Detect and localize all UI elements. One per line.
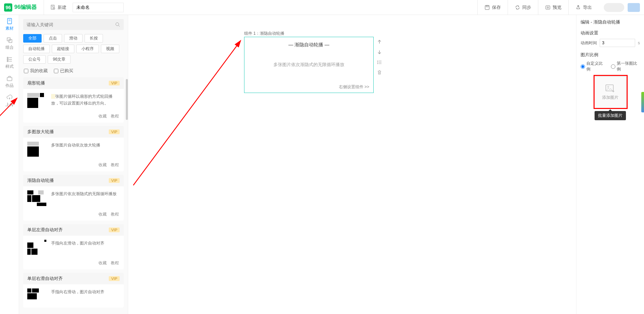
svg-line-23 [119,26,120,27]
new-button[interactable]: 新建 [44,0,73,15]
batch-add-tooltip: 批量添加图片 [595,111,626,120]
component-toolbar [376,39,383,76]
asset-card-zoom-carousel[interactable]: 多图放大轮播 VIP 多张图片自动依次放大轮播 收藏 教程 [23,126,124,171]
svg-rect-6 [485,5,489,10]
asset-thumbnail [27,142,46,157]
vip-chip: VIP [109,227,120,232]
svg-rect-25 [606,85,613,91]
component-title: — 渐隐自动轮播 — [244,37,373,51]
nav-item-upload[interactable]: 上传 [0,91,19,110]
move-down-icon[interactable] [376,49,383,55]
export-icon [575,5,581,10]
radio-custom-ratio[interactable]: 自定义比例 [581,61,605,72]
favorite-button[interactable]: 收藏 [99,113,107,119]
canvas[interactable]: 组件 1：渐隐自动轮播 — 渐隐自动轮播 — 多张图片依次渐隐式的无限循环播放 … [128,15,576,314]
asset-thumbnail [27,240,46,255]
animation-time-input[interactable] [600,39,635,47]
image-ratio-section-title: 图片比例 [581,52,640,58]
radio-first-image-ratio[interactable]: 第一张图比例 [611,61,640,72]
new-file-icon [50,5,56,10]
filter-tag-click[interactable]: 点击 [44,34,62,43]
favorite-button[interactable]: 收藏 [99,162,107,168]
asset-desc: 手指向右滑动，图片自动对齐 [51,288,120,303]
svg-point-22 [116,23,119,26]
checkbox-favorites[interactable]: 我的收藏 [24,68,48,74]
main: 素材 组合 样式 作品 上传 全部 点击 滑动 长按 自动轮播 [0,15,644,314]
animation-time-unit: s [638,41,640,45]
tutorial-button[interactable]: 教程 [111,162,119,168]
filter-tag-carousel[interactable]: 自动轮播 [23,45,50,53]
file-icon [6,18,13,25]
filter-tag-miniprogram[interactable]: 小程序 [76,45,99,53]
add-image-label: 添加图片 [602,95,618,100]
delete-icon[interactable] [376,69,383,76]
settings-title: 编辑 - 渐隐自动轮播 [581,19,640,25]
tutorial-button[interactable]: 教程 [111,113,119,119]
asset-card-left-swipe[interactable]: 单层左滑自动对齐 VIP 手指向左滑动，图片自动对齐 收藏 教程 [23,224,124,269]
filter-tag-longpress[interactable]: 长按 [85,34,103,43]
asset-desc: 张图片循环以扇形的方式轮回播放，可以设置图片移出的方向。 [51,93,120,108]
filter-tag-slide[interactable]: 滑动 [64,34,83,43]
tutorial-button[interactable]: 教程 [111,211,119,217]
component-desc: 多张图片依次渐隐式的无限循环播放 [244,51,373,81]
line-height-icon[interactable] [376,59,383,65]
combo-icon [6,37,13,44]
favorite-button[interactable]: 收藏 [99,211,107,217]
asset-thumbnail [27,288,46,303]
component-preview[interactable]: — 渐隐自动轮播 — 多张图片依次渐隐式的无限循环播放 右侧设置组件 >> [244,37,374,93]
asset-card-right-swipe[interactable]: 单层右滑自动对齐 VIP 手指向右滑动，图片自动对齐 [23,273,124,308]
doc-name-input[interactable] [73,3,124,12]
nav-item-assets[interactable]: 素材 [0,15,19,34]
header-actions: 保存 同步 预览 导出 [477,0,640,15]
asset-thumbnail [27,190,46,206]
filter-tags: 全部 点击 滑动 长按 自动轮播 超链接 小程序 视频 公众号 96文章 [19,34,128,66]
asset-card-fan-carousel[interactable]: 扇形轮播 VIP 张图片循环以扇形的方式轮回播放，可以设置图片移出的方向。 收藏… [23,77,124,123]
svg-rect-15 [7,57,8,58]
move-up-icon[interactable] [376,39,383,45]
sync-button[interactable]: 同步 [508,0,538,15]
filter-tag-all[interactable]: 全部 [23,34,42,43]
svg-rect-17 [7,59,8,60]
user-avatar[interactable] [628,3,640,12]
sync-icon [515,5,520,10]
add-image-button[interactable]: 添加图片 [594,76,626,108]
nav-rail: 素材 组合 样式 作品 上传 [0,15,19,314]
vip-chip: VIP [109,81,120,85]
nav-item-styles[interactable]: 样式 [0,53,19,72]
annotation-arrow-left [132,35,248,189]
svg-rect-19 [7,61,8,62]
search-input[interactable] [27,22,115,27]
component-settings-link[interactable]: 右侧设置组件 >> [244,81,373,93]
export-button[interactable]: 导出 [568,0,599,15]
svg-rect-8 [546,6,550,9]
search-bar [23,19,124,30]
filter-tag-article[interactable]: 96文章 [48,55,71,64]
new-button-label: 新建 [58,4,66,11]
side-tab[interactable] [641,92,644,112]
animation-section-title: 动画设置 [581,30,640,36]
asset-title: 多图放大轮播 [27,129,54,135]
checkbox-purchased[interactable]: 已购买 [54,68,73,74]
asset-desc: 多张图片依次渐隐式的无限循环播放 [51,190,120,206]
preview-button[interactable]: 预览 [538,0,568,15]
filter-tag-mp[interactable]: 公众号 [23,55,46,64]
animation-time-label: 动画时间 [581,40,597,46]
vip-indicator[interactable] [604,3,624,12]
svg-rect-10 [8,18,12,24]
nav-item-combo[interactable]: 组合 [0,34,19,53]
scrollbar[interactable] [126,79,128,120]
vip-chip: VIP [109,178,120,183]
favorite-button[interactable]: 收藏 [99,260,107,266]
image-placeholder-icon [605,84,615,93]
nav-item-works[interactable]: 作品 [0,72,19,91]
tutorial-button[interactable]: 教程 [111,260,119,266]
search-icon[interactable] [115,22,120,27]
asset-card-fade-carousel[interactable]: 渐隐自动轮播 VIP 多张图片依次渐隐式的无限循环播放 收藏 教程 [23,175,124,221]
save-button[interactable]: 保存 [477,0,508,15]
svg-rect-7 [486,5,488,7]
filter-tag-link[interactable]: 超链接 [52,45,74,53]
filter-tag-video[interactable]: 视频 [101,45,119,53]
asset-list[interactable]: 扇形轮播 VIP 张图片循环以扇形的方式轮回播放，可以设置图片移出的方向。 收藏… [19,77,128,314]
asset-desc: 手指向左滑动，图片自动对齐 [51,240,120,255]
briefcase-icon [6,75,13,82]
